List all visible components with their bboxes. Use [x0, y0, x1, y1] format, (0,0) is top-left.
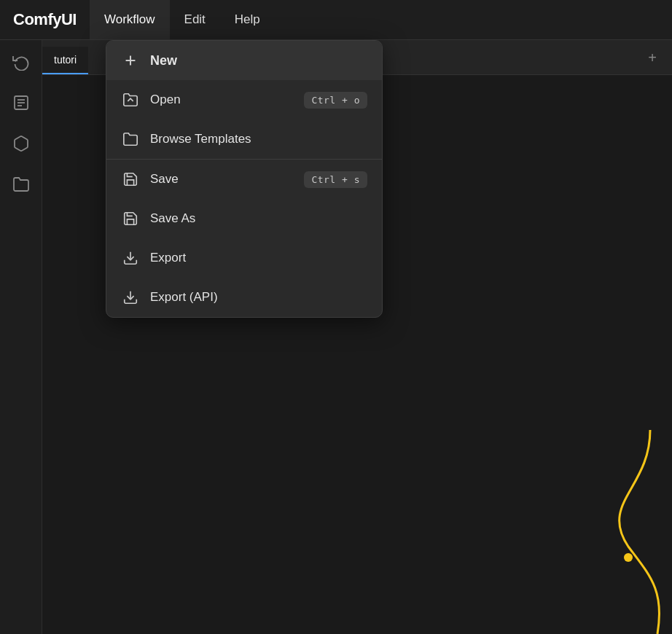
save-shortcut: Ctrl + s	[304, 171, 367, 188]
dropdown-item-export[interactable]: Export	[106, 238, 382, 278]
dropdown-item-open[interactable]: Open Ctrl + o	[106, 80, 382, 120]
save-icon	[121, 170, 140, 189]
app-title: ComfyUI	[0, 10, 90, 29]
browse-label: Browse Templates	[150, 132, 367, 146]
menu-item-help[interactable]: Help	[220, 0, 275, 39]
menu-item-workflow[interactable]: Workflow	[90, 0, 170, 39]
folder-open-icon	[121, 90, 140, 109]
menu-item-edit[interactable]: Edit	[170, 0, 220, 39]
folder-browse-icon	[121, 130, 140, 149]
open-shortcut: Ctrl + o	[304, 92, 367, 109]
save-as-label: Save As	[150, 211, 367, 226]
workflow-dropdown: New Open Ctrl + o Browse Templates	[106, 40, 383, 318]
dropdown-item-browse[interactable]: Browse Templates	[106, 120, 382, 159]
svg-point-4	[624, 553, 633, 562]
export-icon	[121, 248, 140, 267]
sidebar	[0, 40, 42, 634]
save-label: Save	[150, 172, 294, 187]
tab-tutorial[interactable]: tutori	[42, 47, 88, 74]
export-label: Export	[150, 251, 367, 265]
menubar: ComfyUI Workflow Edit Help	[0, 0, 672, 40]
dropdown-item-save-as[interactable]: Save As	[106, 199, 382, 238]
open-label: Open	[150, 93, 294, 107]
export-api-label: Export (API)	[150, 290, 367, 305]
save-as-icon	[121, 209, 140, 228]
plus-icon	[121, 51, 140, 70]
export-api-icon	[121, 288, 140, 307]
sidebar-icon-box[interactable]	[8, 130, 34, 157]
dropdown-item-save[interactable]: Save Ctrl + s	[106, 160, 382, 199]
tab-add-button[interactable]: +	[638, 44, 666, 71]
sidebar-icon-history[interactable]	[8, 49, 34, 75]
dropdown-item-export-api[interactable]: Export (API)	[106, 278, 382, 317]
canvas-decoration	[585, 430, 672, 634]
menu-items: Workflow Edit Help	[90, 0, 275, 39]
dropdown-item-new[interactable]: New	[106, 41, 382, 80]
new-label: New	[150, 53, 367, 69]
sidebar-icon-folder[interactable]	[8, 171, 34, 197]
sidebar-icon-list[interactable]	[8, 90, 34, 116]
